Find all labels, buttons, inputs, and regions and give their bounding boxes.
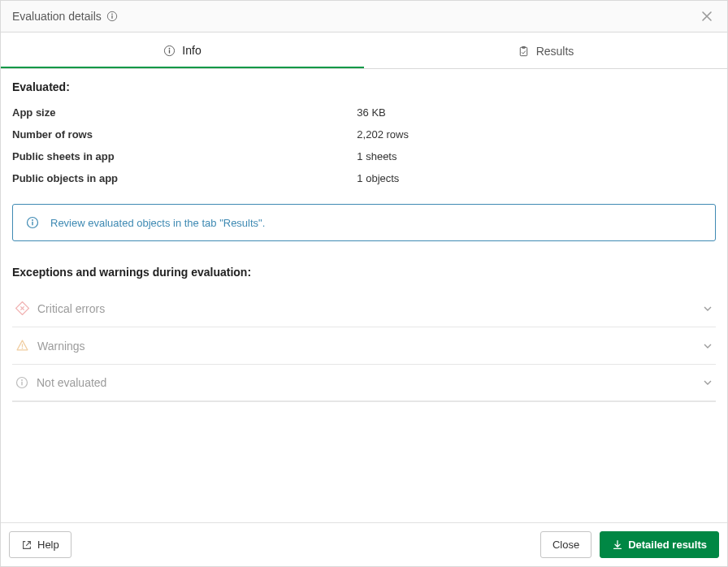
svg-rect-5 (169, 50, 170, 53)
svg-point-15 (21, 379, 23, 381)
kv-key: Number of rows (12, 128, 357, 141)
table-row: App size 36 KB (12, 102, 716, 123)
kv-key: Public sheets in app (12, 150, 357, 162)
button-label: Help (37, 539, 59, 551)
table-row: Public sheets in app 1 sheets (12, 145, 716, 167)
table-row: Public objects in app 1 objects (12, 167, 716, 189)
close-button[interactable]: Close (540, 531, 592, 558)
kv-value: 1 objects (357, 172, 399, 184)
kv-value: 2,202 rows (357, 128, 409, 141)
kv-value: 1 sheets (357, 150, 396, 162)
download-icon (612, 539, 623, 551)
warning-icon (15, 339, 29, 353)
info-notice: Review evaluated objects in the tab "Res… (12, 204, 716, 241)
modal-title: Evaluation details (12, 10, 102, 23)
external-link-icon (21, 539, 32, 551)
chevron-down-icon (703, 304, 713, 314)
accordion-label: Critical errors (37, 302, 105, 315)
info-icon (163, 45, 176, 57)
tab-info[interactable]: Info (1, 32, 364, 68)
table-row: Number of rows 2,202 rows (12, 123, 716, 145)
accordion-label: Not evaluated (37, 376, 106, 389)
clipboard-icon (518, 45, 530, 58)
accordion-label: Warnings (37, 340, 85, 353)
svg-point-4 (169, 47, 171, 49)
evaluated-table: App size 36 KB Number of rows 2,202 rows… (12, 102, 716, 189)
tab-results[interactable]: Results (364, 32, 727, 68)
kv-key: App size (12, 106, 357, 119)
detailed-results-button[interactable]: Detailed results (600, 531, 719, 558)
accordion-not-evaluated[interactable]: Not evaluated (12, 365, 716, 401)
tab-label: Info (182, 44, 201, 57)
chevron-down-icon (703, 341, 713, 351)
info-icon (15, 376, 28, 389)
kv-value: 36 KB (357, 106, 385, 119)
svg-point-1 (111, 14, 113, 15)
svg-point-9 (32, 219, 33, 221)
accordion-warnings[interactable]: Warnings (12, 327, 716, 365)
svg-rect-2 (111, 15, 112, 19)
tab-label: Results (536, 45, 574, 58)
help-button[interactable]: Help (9, 531, 72, 558)
info-icon[interactable] (106, 11, 118, 22)
accordion-critical-errors[interactable]: Critical errors (12, 290, 716, 327)
svg-point-13 (22, 348, 24, 349)
close-icon[interactable] (698, 9, 716, 24)
info-icon (26, 216, 39, 229)
chevron-down-icon (703, 378, 713, 387)
critical-icon (15, 301, 29, 315)
notice-text: Review evaluated objects in the tab "Res… (50, 217, 265, 229)
svg-rect-12 (22, 344, 23, 347)
evaluated-heading: Evaluated: (12, 80, 716, 93)
svg-rect-6 (520, 47, 526, 55)
kv-key: Public objects in app (12, 172, 357, 184)
svg-rect-16 (21, 382, 22, 386)
button-label: Detailed results (628, 539, 707, 551)
exceptions-heading: Exceptions and warnings during evaluatio… (12, 266, 716, 279)
svg-rect-10 (32, 222, 32, 226)
button-label: Close (552, 539, 579, 551)
